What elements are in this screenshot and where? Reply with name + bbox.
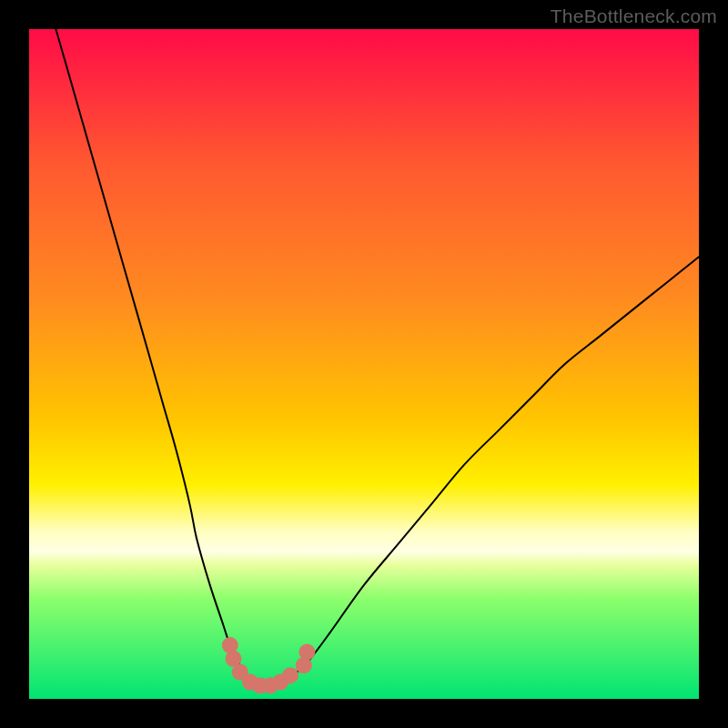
link-marker [298, 644, 315, 661]
link-marker [282, 667, 298, 683]
bottleneck-curve-path [56, 29, 699, 686]
chart-frame: TheBottleneck.com [0, 0, 728, 728]
link-markers-group [222, 637, 316, 693]
watermark-text: TheBottleneck.com [551, 5, 717, 27]
chart-svg [29, 29, 699, 699]
